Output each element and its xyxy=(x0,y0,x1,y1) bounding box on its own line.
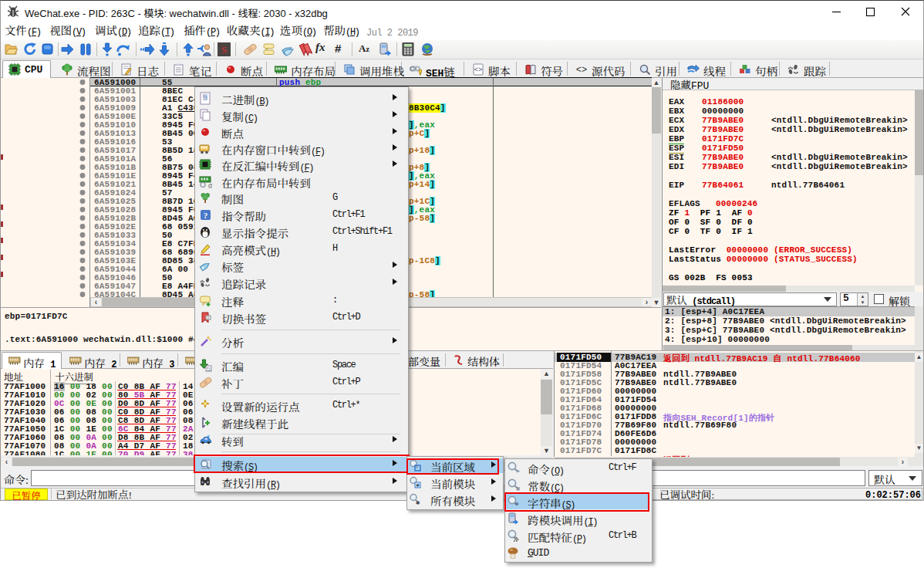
svg-text:#: # xyxy=(517,485,521,492)
svg-text:✱: ✱ xyxy=(416,499,420,505)
svg-text:<>: <> xyxy=(576,65,587,76)
svg-text:✱: ✱ xyxy=(416,482,420,488)
svg-text:@: @ xyxy=(208,181,213,188)
svg-text:10: 10 xyxy=(203,97,207,101)
svg-text:>: > xyxy=(517,468,520,475)
svg-text:<>: <> xyxy=(474,66,483,74)
svg-text:S: S xyxy=(221,44,227,56)
svg-text:?: ? xyxy=(204,211,208,220)
svg-text:10: 10 xyxy=(207,369,211,372)
